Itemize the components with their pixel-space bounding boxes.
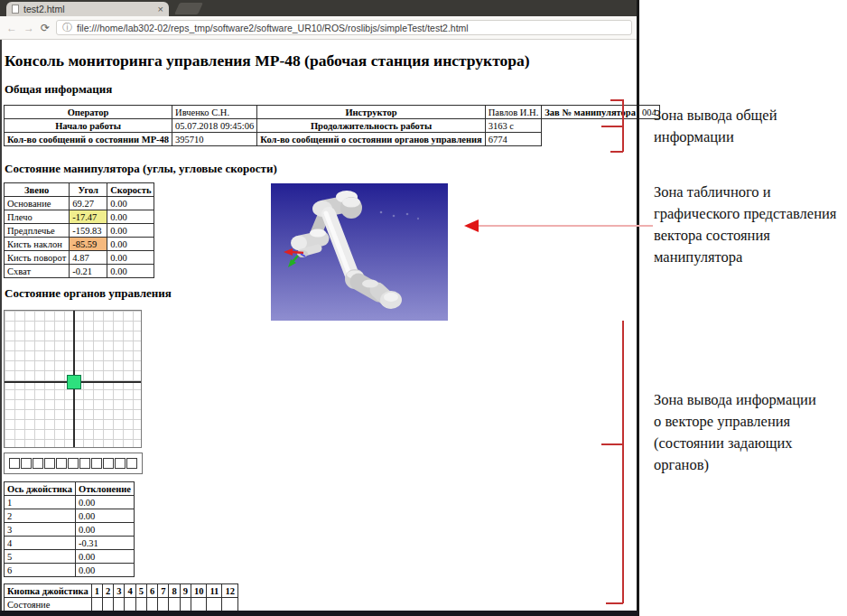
table-header-row: Кнопка джойстика 1 2 3 4 5 6 7 8 9 10 11… [5,584,238,598]
joystick-checkbox[interactable] [56,458,67,469]
joystick-checkbox[interactable] [126,458,137,469]
annotation-bracket-3-bottom-tick [606,602,623,604]
annotation-bracket-1-mid-tick [601,126,623,127]
window-left-border [0,40,2,611]
axis-number: 5 [5,550,76,564]
window-right-border [637,0,639,616]
checkbox-strip [4,453,143,474]
table-row: 30.00 [5,523,135,537]
joystick-checkbox[interactable] [115,458,126,469]
url-bar[interactable]: ⓘ file:///home/lab302-02/reps_tmp/softwa… [56,20,632,35]
button-state-cell [135,598,146,611]
annotation-controls-zone: Зона вывода информации о векторе управле… [654,389,824,476]
table-row: Кол-во сообщений о состоянии МР-48 39571… [5,133,660,146]
button-number: 11 [207,584,222,598]
tab-close-icon[interactable]: × [158,5,163,14]
browser-tab-bar: test2.html × [0,0,638,16]
button-state-cell [207,598,222,611]
angle-col-header: Угол [70,183,107,197]
button-number: 4 [125,584,135,598]
joystick-checkbox[interactable] [68,458,79,469]
button-number: 5 [135,584,146,598]
empty-cell [542,133,659,146]
axis-deviation: 0.00 [75,509,134,523]
axis-deviation: -0.31 [75,537,134,550]
robot-arm-image [271,183,448,321]
axis-deviation: 0.00 [75,523,134,537]
reload-button[interactable]: ⟳ [41,22,50,34]
table-row: 50.00 [5,550,135,564]
joystick-checkbox[interactable] [33,458,43,469]
button-state-cell [158,598,169,611]
axis-number: 3 [5,523,76,537]
table-row: Кисть поворот 4.87 0.00 [5,251,154,265]
page-info-icon[interactable]: ⓘ [62,23,72,33]
page-title: Консоль мониторинга управления МР-48 (ра… [5,51,530,70]
axis-deviation: 0.00 [75,550,134,564]
browser-toolbar: ← → ⟳ ⓘ file:///home/lab302-02/reps_tmp/… [0,16,638,40]
annotation-bracket-3-mid-tick [601,443,623,445]
joint-speed: 0.00 [107,238,154,251]
speed-col-header: Скорость [107,183,154,197]
controls-msgs-value: 6774 [485,133,542,146]
joystick-checkbox[interactable] [91,458,102,469]
joystick-checkbox[interactable] [44,458,55,469]
axis-number: 6 [5,564,76,577]
annotation-bracket-1-top-tick [610,99,623,101]
operator-label: Оператор [5,106,172,119]
browser-tab[interactable]: test2.html × [6,2,169,16]
table-row: 10.00 [5,496,135,509]
button-number: 8 [169,584,180,598]
operator-value: Ивченко С.Н. [172,106,257,119]
section-heading-controls: Состояние органов управления [5,286,172,301]
button-number: 1 [91,584,102,598]
table-row: Плечо -17.47 0.00 [5,210,154,224]
instructor-value: Павлов И.Н. [485,106,542,119]
back-button[interactable]: ← [6,23,17,33]
annotation-bracket-3 [622,321,624,603]
joystick-checkbox[interactable] [79,458,90,469]
axis-number: 2 [5,509,76,523]
joystick-checkbox[interactable] [9,458,20,469]
empty-cell [542,119,659,133]
joint-speed: 0.00 [107,224,154,238]
page-favicon-icon [12,5,19,14]
annotation-bracket-1-bottom-tick [610,151,623,153]
button-number: 6 [146,584,157,598]
annotation-manipulator-zone: Зона табличного и графического представл… [654,182,839,268]
button-number: 7 [158,584,169,598]
table-row: Схват -0.21 0.00 [5,265,154,278]
joint-state-table: Звено Угол Скорость Основание 69.27 0.00… [4,182,154,278]
joystick-axes-table: Ось джойстика Отклонение 10.00 20.00 30.… [4,481,135,577]
joint-angle: -159.83 [70,224,107,238]
joint-speed: 0.00 [107,197,154,210]
button-number: 2 [102,584,113,598]
section-heading-general: Общая информация [5,82,112,97]
joystick-checkbox[interactable] [103,458,114,469]
tab-title: test2.html [23,4,65,14]
duration-value: 3163 с [485,119,542,133]
annotation-general-zone: Зона вывода общей информации [654,105,833,148]
new-tab-button[interactable] [174,3,203,14]
section-heading-manipulator: Состояние манипулятора (углы, угловые ск… [5,162,277,176]
forward-button[interactable]: → [23,23,34,33]
table-row: Состояние [5,598,238,611]
button-state-cell [114,598,125,611]
screenshot-canvas: test2.html × ← → ⟳ ⓘ file:///home/lab302… [0,0,847,616]
joint-name: Кисть наклон [5,238,70,251]
button-number: 12 [222,584,238,598]
joint-col-header: Звено [5,183,70,197]
axis-deviation: 0.00 [75,496,134,509]
button-number: 10 [191,584,207,598]
joystick-checkbox[interactable] [21,458,32,469]
controls-msgs-label: Кол-во сообщений о состоянии органов упр… [257,133,485,146]
duration-label: Продолжительность работы [257,119,485,133]
joint-angle: 69.27 [70,197,107,210]
joint-angle: -0.21 [70,265,107,278]
joint-name: Плечо [5,210,70,224]
button-state-cell [169,598,180,611]
axis-number: 1 [5,496,76,509]
url-text: file:///home/lab302-02/reps_tmp/software… [77,23,469,33]
table-row: Оператор Ивченко С.Н. Инструктор Павлов … [5,106,660,119]
mr48-msgs-label: Кол-во сообщений о состоянии МР-48 [5,133,172,146]
